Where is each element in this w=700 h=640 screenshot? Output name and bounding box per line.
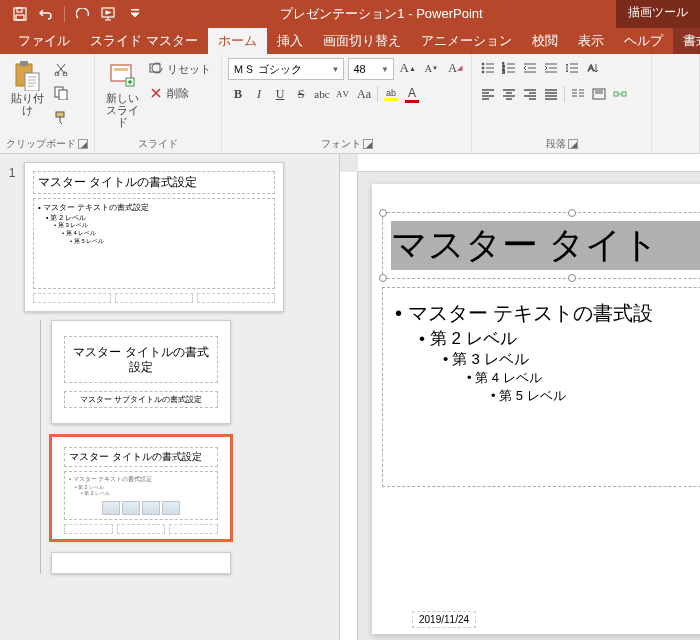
save-button[interactable] (8, 2, 32, 26)
title-text[interactable]: マスター タイト (391, 221, 700, 270)
paste-button[interactable]: 貼り付け (6, 58, 48, 118)
svg-rect-25 (614, 92, 618, 96)
tab-format[interactable]: 書式 (673, 28, 700, 54)
body-level-4[interactable]: 第 4 レベル (467, 369, 700, 387)
align-center-button[interactable] (499, 84, 519, 104)
svg-rect-12 (56, 112, 64, 117)
body-level-5[interactable]: 第 5 レベル (491, 387, 700, 405)
body-level-3[interactable]: 第 3 レベル (443, 350, 700, 369)
new-slide-icon (106, 60, 138, 92)
body-placeholder[interactable]: マスター テキストの書式設 第 2 レベル 第 3 レベル 第 4 レベル 第 … (382, 287, 700, 487)
align-text-button[interactable] (589, 84, 609, 104)
thumb-footer (64, 524, 218, 534)
clipboard-dialog-launcher[interactable] (78, 139, 88, 149)
slide-master-panel[interactable]: 1 マスター タイトルの書式設定 • マスター テキストの書式設定 • 第 2 … (0, 154, 340, 640)
reset-button[interactable]: リセット (145, 58, 215, 80)
font-size-selector[interactable]: 48▼ (348, 58, 393, 80)
copy-button[interactable] (50, 82, 72, 104)
align-right-button[interactable] (520, 84, 540, 104)
tab-review[interactable]: 校閲 (522, 28, 568, 54)
tab-file[interactable]: ファイル (8, 28, 80, 54)
tab-view[interactable]: 表示 (568, 28, 614, 54)
thumb-footer (33, 293, 275, 303)
tab-insert[interactable]: 挿入 (267, 28, 313, 54)
layout-thumbnail-content[interactable]: マスター タイトルの書式設定 • マスター テキストの書式設定 • 第 2 レベ… (51, 436, 231, 540)
master-thumbnail[interactable]: マスター タイトルの書式設定 • マスター テキストの書式設定 • 第 2 レベ… (24, 162, 284, 312)
columns-button[interactable] (568, 84, 588, 104)
font-name-selector[interactable]: ＭＳ ゴシック▼ (228, 58, 344, 80)
text-shadow-button[interactable]: abc (312, 84, 332, 104)
highlight-color-swatch (384, 98, 398, 101)
tab-home[interactable]: ホーム (208, 28, 267, 54)
text-direction-button[interactable]: A (583, 58, 603, 78)
master-slide[interactable]: マスター タイト マスター テキストの書式設 第 2 レベル 第 3 レベル 第… (372, 184, 700, 634)
date-placeholder[interactable]: 2019/11/24 (412, 611, 476, 628)
separator (64, 6, 65, 22)
font-color-button[interactable]: A (402, 84, 422, 104)
chevron-down-icon: ▼ (331, 65, 339, 74)
cut-button[interactable] (50, 58, 72, 80)
slide-canvas[interactable]: マスター タイト マスター テキストの書式設 第 2 レベル 第 3 レベル 第… (340, 154, 700, 640)
separator (564, 86, 565, 102)
vertical-ruler[interactable] (340, 172, 358, 640)
svg-rect-4 (131, 9, 139, 10)
group-font: ＭＳ ゴシック▼ 48▼ A▲ A▼ A◢ B I U S abc AV Aa … (222, 54, 472, 153)
numbering-button[interactable]: 123 (499, 58, 519, 78)
font-group-label: フォント (321, 137, 361, 151)
layout-thumbnail[interactable] (51, 552, 231, 574)
delete-button[interactable]: 削除 (145, 82, 215, 104)
line-spacing-button[interactable] (562, 58, 582, 78)
character-spacing-button[interactable]: AV (333, 84, 353, 104)
clear-formatting-button[interactable]: A◢ (445, 58, 465, 78)
increase-indent-button[interactable] (541, 58, 561, 78)
thumb-subtitle: マスター サブタイトルの書式設定 (64, 391, 218, 408)
strikethrough-button[interactable]: S (291, 84, 311, 104)
drawing-tools-label: 描画ツール (616, 0, 700, 28)
horizontal-ruler[interactable] (358, 154, 700, 172)
redo-button[interactable] (71, 2, 95, 26)
body-level-2[interactable]: 第 2 レベル (419, 327, 700, 350)
svg-rect-7 (25, 73, 39, 91)
bold-button[interactable]: B (228, 84, 248, 104)
tab-animations[interactable]: アニメーション (411, 28, 522, 54)
resize-handle[interactable] (379, 274, 387, 282)
customize-qat-button[interactable] (123, 2, 147, 26)
separator (377, 86, 378, 102)
font-dialog-launcher[interactable] (363, 139, 373, 149)
paragraph-group-label: 段落 (546, 137, 566, 151)
tab-transitions[interactable]: 画面切り替え (313, 28, 411, 54)
format-painter-button[interactable] (50, 106, 72, 128)
font-color-swatch (405, 100, 419, 103)
paragraph-dialog-launcher[interactable] (568, 139, 578, 149)
change-case-button[interactable]: Aa (354, 84, 374, 104)
thumb-body: • マスター テキストの書式設定 • 第 2 レベル • 第 3 レベル (64, 471, 218, 520)
group-clipboard: 貼り付け クリップボード (0, 54, 95, 153)
bullets-button[interactable] (478, 58, 498, 78)
decrease-indent-button[interactable] (520, 58, 540, 78)
underline-button[interactable]: U (270, 84, 290, 104)
svg-rect-26 (622, 92, 626, 96)
new-slide-button[interactable]: 新しい スライド (101, 58, 143, 130)
layout-thumbnail-title[interactable]: マスター タイトルの書式設定 マスター サブタイトルの書式設定 (51, 320, 231, 424)
resize-handle[interactable] (568, 209, 576, 217)
start-slideshow-button[interactable] (97, 2, 121, 26)
title-placeholder[interactable]: マスター タイト (382, 212, 700, 279)
svg-rect-14 (114, 68, 128, 71)
content-area: 1 マスター タイトルの書式設定 • マスター テキストの書式設定 • 第 2 … (0, 154, 700, 640)
resize-handle[interactable] (568, 274, 576, 282)
align-left-button[interactable] (478, 84, 498, 104)
highlight-button[interactable]: ab (381, 84, 401, 104)
decrease-font-button[interactable]: A▼ (422, 58, 442, 78)
italic-button[interactable]: I (249, 84, 269, 104)
ribbon: 貼り付け クリップボード 新しい スライド リセット 削除 スライド (0, 54, 700, 154)
svg-rect-2 (16, 15, 24, 20)
resize-handle[interactable] (379, 209, 387, 217)
tab-slide-master[interactable]: スライド マスター (80, 28, 208, 54)
increase-font-button[interactable]: A▲ (398, 58, 418, 78)
tab-help[interactable]: ヘルプ (614, 28, 673, 54)
undo-button[interactable] (34, 2, 58, 26)
justify-button[interactable] (541, 84, 561, 104)
smartart-button[interactable] (610, 84, 630, 104)
thumb-title: マスター タイトルの書式設定 (64, 336, 218, 383)
body-level-1[interactable]: マスター テキストの書式設 (395, 300, 700, 327)
